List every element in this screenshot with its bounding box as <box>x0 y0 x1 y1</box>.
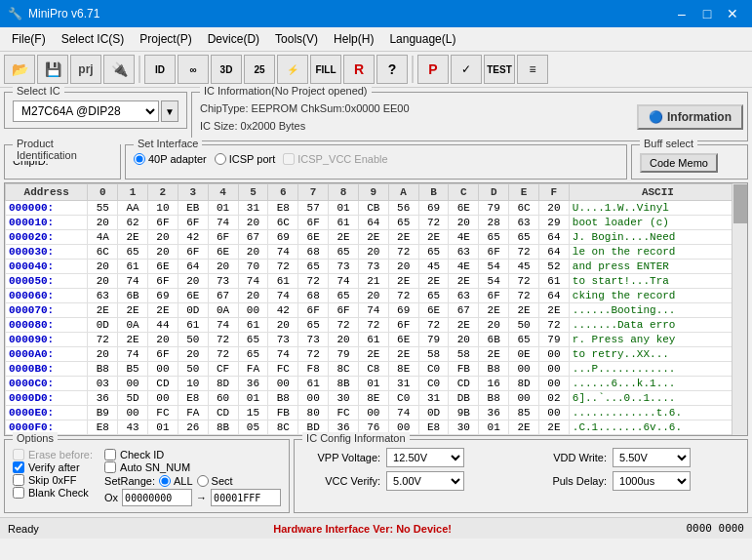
verify-after-checkbox[interactable] <box>13 461 24 473</box>
set-interface-label: Set Interface <box>134 138 202 149</box>
range-from-input[interactable] <box>122 489 192 506</box>
ic-config-grid: VPP Voltage: 12.50V VDD Write: 5.50V VCC… <box>302 448 739 491</box>
toolbar-25[interactable]: 25 <box>244 55 275 84</box>
hex-ascii-cell: ......Booting... <box>569 303 746 318</box>
hex-byte-cell: 00 <box>538 362 569 377</box>
radio-all-input[interactable] <box>159 475 171 487</box>
hex-byte-cell: 20 <box>178 347 208 362</box>
radio-sect-input[interactable] <box>197 475 209 487</box>
ready-label: Ready <box>8 523 39 535</box>
hex-byte-cell: 72 <box>509 289 539 303</box>
hex-byte-cell: 20 <box>178 274 208 289</box>
toolbar-help[interactable]: ? <box>376 55 408 84</box>
ic-select-dropdown[interactable]: M27C64A @DIP28 <box>13 100 159 122</box>
vcc-verify-row: VCC Verify: 5.00V <box>302 471 513 491</box>
hex-byte-cell: 6F <box>178 245 208 260</box>
hex-byte-cell: 30 <box>329 391 359 406</box>
title-bar-controls: – □ ✕ <box>670 4 744 23</box>
hex-byte-cell: 2E <box>449 274 479 289</box>
ic-select-arrow[interactable]: ▼ <box>161 100 178 122</box>
toolbar-prog[interactable]: ∞ <box>178 55 209 84</box>
close-button[interactable]: ✕ <box>721 4 744 23</box>
vcc-verify-select[interactable]: 5.00V <box>386 471 464 491</box>
minimize-button[interactable]: – <box>670 4 693 23</box>
hex-byte-cell: 6E <box>208 245 238 260</box>
radio-sect[interactable]: Sect <box>197 475 233 487</box>
hex-byte-cell: 6F <box>479 289 509 303</box>
hex-byte-cell: 61 <box>329 216 359 230</box>
maximize-button[interactable]: □ <box>695 4 719 23</box>
icsp-vcc-checkbox[interactable] <box>283 153 295 165</box>
toolbar-chip[interactable]: 🔌 <box>103 55 135 84</box>
toolbar-r[interactable]: R <box>343 55 375 84</box>
vpp-voltage-select[interactable]: 12.50V <box>386 448 464 467</box>
menu-language[interactable]: Language(L) <box>381 29 463 49</box>
hex-table-container: Address0123456789ABCDEFASCII 000000:55AA… <box>4 182 748 436</box>
radio-icsp-vcc[interactable]: ICSP_VCC Enable <box>283 153 387 165</box>
toolbar: 📂 💾 prj 🔌 ID ∞ 3D 25 ⚡ FILL R ? P ✓ TEST… <box>0 52 752 88</box>
hex-byte-cell: 6B <box>118 289 148 303</box>
auto-sn-checkbox[interactable] <box>104 461 116 473</box>
hex-byte-cell: 73 <box>358 260 388 274</box>
hex-byte-cell: 20 <box>88 274 118 289</box>
radio-40p[interactable]: 40P adapter <box>134 153 207 165</box>
hex-byte-cell: 20 <box>208 260 238 274</box>
menu-tools[interactable]: Tools(V) <box>267 29 326 49</box>
blank-check-checkbox[interactable] <box>13 487 24 499</box>
code-memo-button[interactable]: Code Memo <box>640 153 718 173</box>
toolbar-read[interactable]: ID <box>144 55 176 84</box>
erase-before-checkbox[interactable] <box>13 449 24 460</box>
radio-all[interactable]: ALL <box>159 475 193 487</box>
hex-ascii-cell: U....1.W..Vinyl <box>569 201 746 216</box>
hex-byte-cell: FC <box>329 406 359 420</box>
toolbar-print[interactable]: prj <box>70 55 101 84</box>
range-to-input[interactable] <box>211 489 281 506</box>
toolbar-3d[interactable]: 3D <box>211 55 242 84</box>
hex-byte-cell: 2E <box>148 303 178 318</box>
hex-col-header: F <box>538 184 569 201</box>
hex-byte-cell: 73 <box>298 333 329 347</box>
hex-col-header: Address <box>6 184 88 201</box>
table-row: 0000A0:20746F2072657472792E2E58582E0E00t… <box>6 347 747 362</box>
hex-byte-cell: CD <box>148 377 178 391</box>
toolbar-erase[interactable]: ⚡ <box>277 55 308 84</box>
radio-40p-input[interactable] <box>134 153 145 165</box>
hex-byte-cell: 6F <box>208 230 238 245</box>
radio-icsp-input[interactable] <box>215 153 226 165</box>
verify-after-row: Verify after <box>13 461 93 473</box>
toolbar-fill[interactable]: FILL <box>310 55 341 84</box>
ic-info-details: ChipType: EEPROM ChkSum:0x0000 EE00 IC S… <box>200 100 410 135</box>
menu-project[interactable]: Project(P) <box>132 29 199 49</box>
skip-0xff-label: Skip 0xFF <box>28 474 77 486</box>
main-area: Select IC M27C64A @DIP28 ▼ IC Informatio… <box>0 88 752 517</box>
hex-col-header: 3 <box>178 184 208 201</box>
toolbar-verify[interactable]: ✓ <box>451 55 482 84</box>
prod-id-label: Product Identification <box>13 138 120 161</box>
skip-0xff-checkbox[interactable] <box>13 474 24 486</box>
hex-byte-cell: 65 <box>238 347 268 362</box>
toolbar-config[interactable]: ≡ <box>517 55 548 84</box>
menu-select-ic[interactable]: Select IC(S) <box>54 29 133 49</box>
title-bar-left: 🔧 MiniPro v6.71 <box>8 7 99 20</box>
hex-byte-cell: 65 <box>298 318 329 333</box>
toolbar-save[interactable]: 💾 <box>37 55 68 84</box>
hex-addr-cell: 000040: <box>6 260 88 274</box>
hex-byte-cell: 8C <box>329 362 359 377</box>
radio-icsp[interactable]: ICSP port <box>215 153 276 165</box>
hex-scrollbar[interactable] <box>732 183 747 435</box>
puls-delay-select[interactable]: 1000us <box>613 471 691 491</box>
toolbar-open[interactable]: 📂 <box>4 55 35 84</box>
hex-byte-cell: 74 <box>208 216 238 230</box>
toolbar-p[interactable]: P <box>417 55 449 84</box>
hex-byte-cell: 2E <box>118 303 148 318</box>
vdd-write-select[interactable]: 5.50V <box>613 448 691 467</box>
hex-byte-cell: 61 <box>178 318 208 333</box>
check-id-checkbox[interactable] <box>104 449 116 460</box>
menu-device[interactable]: Device(D) <box>200 29 267 49</box>
toolbar-test[interactable]: TEST <box>484 55 515 84</box>
hex-byte-cell: 2E <box>388 274 418 289</box>
menu-file[interactable]: File(F) <box>4 29 54 49</box>
table-row: 000070:2E2E2E0D0A00426F6F74696E672E2E2E.… <box>6 303 747 318</box>
menu-help[interactable]: Help(H) <box>326 29 381 49</box>
information-button[interactable]: 🔵 Information <box>637 104 743 130</box>
